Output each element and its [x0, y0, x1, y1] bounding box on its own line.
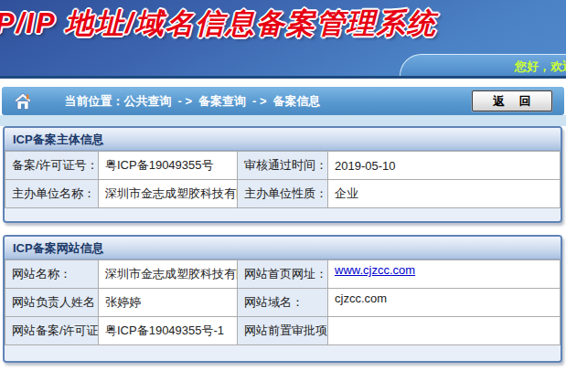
- breadcrumb: 当前位置：公共查询- >备案查询- >备案信息: [51, 79, 321, 123]
- website-info-section: ICP备案网站信息 网站名称： 深圳市金志成塑胶科技有限公司 网站首页网址： w…: [3, 235, 562, 363]
- subject-section-title: ICP备案主体信息: [5, 128, 561, 151]
- site-domain-label: 网站域名：: [238, 289, 328, 317]
- homepage-url-cell: www.cjzcc.com: [328, 260, 561, 289]
- table-row: 网站名称： 深圳市金志成塑胶科技有限公司 网站首页网址： www.cjzcc.c…: [5, 260, 561, 289]
- pre-approval-label: 网站前置审批项：: [238, 317, 328, 345]
- approval-date-value: 2019-05-10: [328, 152, 561, 180]
- license-number-label: 备案/许可证号：: [5, 152, 99, 180]
- subject-info-table: 备案/许可证号： 粤ICP备19049355号 审核通过时间： 2019-05-…: [5, 151, 561, 208]
- table-row: 网站负责人姓名： 张婷婷 网站域名： cjzcc.com: [5, 289, 561, 317]
- site-license-label: 网站备案/许可证号：: [5, 317, 99, 345]
- greeting-tab: 您好，欢迎: [400, 54, 566, 76]
- breadcrumb-separator: - >: [252, 94, 267, 108]
- breadcrumb-prefix: 当前位置：: [64, 94, 123, 108]
- greeting-text: 您好，欢迎: [515, 58, 566, 75]
- organizer-nature-label: 主办单位性质：: [238, 180, 328, 208]
- site-manager-value: 张婷婷: [99, 289, 238, 317]
- home-icon: [14, 92, 32, 111]
- breadcrumb-item-record-info: 备案信息: [273, 94, 321, 108]
- system-title: P/IP 地址/域名信息备案管理系统: [0, 5, 437, 43]
- license-number-value: 粤ICP备19049355号: [99, 152, 238, 180]
- homepage-url-label: 网站首页网址：: [238, 260, 328, 289]
- approval-date-label: 审核通过时间：: [238, 152, 328, 180]
- section-footer: [5, 208, 561, 221]
- organizer-name-label: 主办单位名称：: [5, 180, 99, 208]
- table-row: 备案/许可证号： 粤ICP备19049355号 审核通过时间： 2019-05-…: [5, 152, 561, 180]
- organizer-name-value: 深圳市金志成塑胶科技有限公司: [99, 180, 238, 208]
- breadcrumb-bar: 当前位置：公共查询- >备案查询- >备案信息 返 回: [2, 87, 564, 115]
- site-domain-value: cjzcc.com: [328, 289, 561, 317]
- breadcrumb-item-public-query: 公共查询: [123, 94, 171, 108]
- homepage-url-link[interactable]: www.cjzcc.com: [335, 263, 415, 277]
- breadcrumb-separator: - >: [177, 94, 192, 108]
- site-name-label: 网站名称：: [5, 260, 99, 289]
- pre-approval-value: [328, 317, 561, 345]
- subject-info-section: ICP备案主体信息 备案/许可证号： 粤ICP备19049355号 审核通过时间…: [3, 126, 562, 223]
- section-footer: [5, 345, 561, 361]
- site-name-value: 深圳市金志成塑胶科技有限公司: [99, 260, 238, 289]
- top-banner: P/IP 地址/域名信息备案管理系统 您好，欢迎: [0, 0, 566, 79]
- table-row: 网站备案/许可证号： 粤ICP备19049355号-1 网站前置审批项：: [5, 317, 561, 345]
- website-section-title: ICP备案网站信息: [5, 237, 561, 260]
- back-button[interactable]: 返 回: [472, 90, 552, 111]
- website-info-table: 网站名称： 深圳市金志成塑胶科技有限公司 网站首页网址： www.cjzcc.c…: [5, 260, 561, 345]
- organizer-nature-value: 企业: [328, 180, 561, 208]
- site-license-value: 粤ICP备19049355号-1: [99, 317, 238, 345]
- table-row: 主办单位名称： 深圳市金志成塑胶科技有限公司 主办单位性质： 企业: [5, 180, 561, 208]
- site-manager-label: 网站负责人姓名：: [5, 289, 99, 317]
- breadcrumb-item-record-query: 备案查询: [198, 94, 246, 108]
